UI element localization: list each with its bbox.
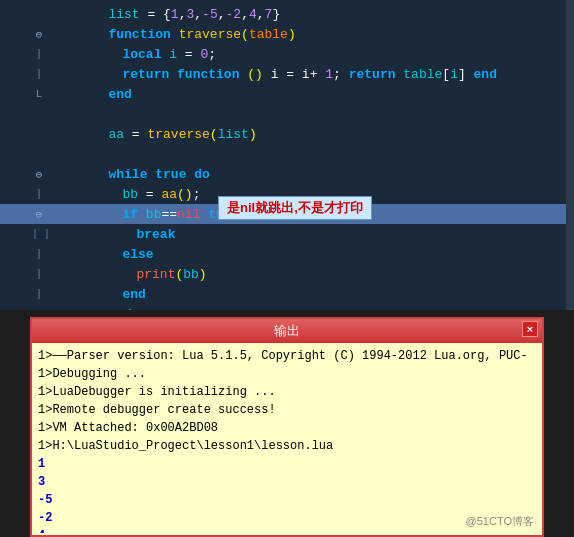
output-line-3: 1>LuaDebugger is initializing ... [38,383,536,401]
annotation-tooltip: 是nil就跳出,不是才打印 [218,196,372,220]
watermark: @51CTO博客 [466,514,534,529]
output-line-2: 1>Debugging ... [38,365,536,383]
output-titlebar: 输出 × [32,319,542,343]
fold-icon: ⊖ [32,28,46,41]
fold-icon: | [32,248,46,260]
code-line-16: L end [0,304,574,310]
fold-icon: | [32,288,46,300]
fold-icon: | [32,68,46,80]
fold-icon: | [32,188,46,200]
output-line-8: 3 [38,473,536,491]
output-close-button[interactable]: × [522,321,538,337]
fold-icon: | [32,48,46,60]
output-line-11: 4 [38,527,536,533]
output-line-6: 1>H:\LuaStudio_Progect\lesson1\lesson.lu… [38,437,536,455]
output-line-5: 1>VM Attached: 0x00A2BD08 [38,419,536,437]
output-line-10: -2 [38,509,536,527]
output-content[interactable]: 1>——Parser version: Lua 5.1.5, Copyright… [32,343,542,533]
code-lines: list = {1,3,-5,-2,4,7} ⊖ function traver… [0,0,574,310]
output-line-7: 1 [38,455,536,473]
fold-icon: ⊖ [32,168,46,181]
fold-icon: L [32,88,46,100]
output-panel: 输出 × 1>——Parser version: Lua 5.1.5, Copy… [30,317,544,537]
output-line-1: 1>——Parser version: Lua 5.1.5, Copyright… [38,347,536,365]
output-line-9: -5 [38,491,536,509]
code-line-7: aa = traverse(list) [0,124,574,144]
line-content: end [46,292,574,311]
output-title: 输出 [274,322,300,340]
fold-icon: ⊖ [32,208,46,221]
scrollbar[interactable] [566,0,574,310]
code-line-5: L end [0,84,574,104]
fold-icon: L [32,308,46,310]
line-content: end [46,72,574,117]
fold-icon: | | [32,229,46,240]
line-content: aa = traverse(list) [46,112,574,157]
output-line-4: 1>Remote debugger create success! [38,401,536,419]
code-editor: list = {1,3,-5,-2,4,7} ⊖ function traver… [0,0,574,310]
fold-icon: | [32,268,46,280]
